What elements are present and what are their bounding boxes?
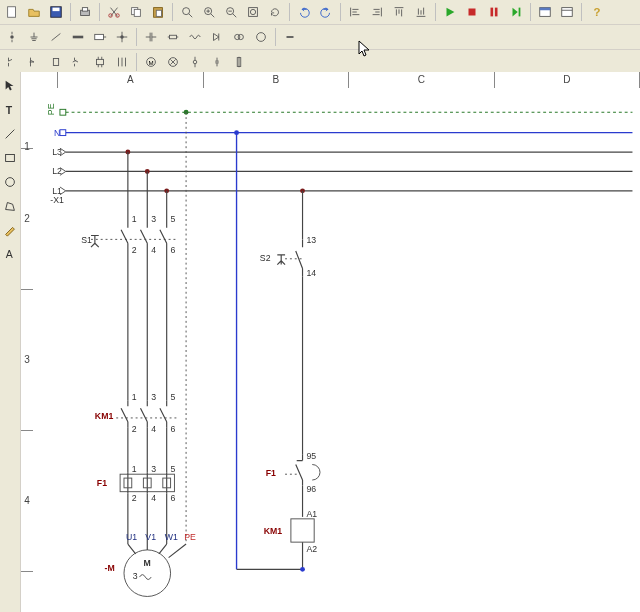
diode-icon[interactable]	[207, 27, 227, 47]
step-icon[interactable]	[506, 2, 526, 22]
capacitor-icon[interactable]	[141, 27, 161, 47]
align-left-icon[interactable]	[345, 2, 365, 22]
terminal-icon[interactable]	[185, 52, 205, 72]
find-icon[interactable]	[177, 2, 197, 22]
transformer-icon[interactable]	[229, 27, 249, 47]
svg-text:A: A	[6, 248, 13, 260]
inductor-icon[interactable]	[185, 27, 205, 47]
stop-icon[interactable]	[462, 2, 482, 22]
svg-text:95: 95	[306, 451, 316, 461]
save-icon[interactable]	[46, 2, 66, 22]
svg-text:PE: PE	[46, 103, 56, 115]
ruler-horizontal: A B C D	[45, 72, 640, 89]
svg-rect-2	[53, 8, 60, 12]
coil-icon[interactable]	[46, 52, 66, 72]
breaker-icon[interactable]	[68, 52, 88, 72]
print-icon[interactable]	[75, 2, 95, 22]
undo-icon[interactable]	[294, 2, 314, 22]
svg-text:T: T	[6, 104, 13, 116]
ground-icon[interactable]	[24, 27, 44, 47]
junction-icon[interactable]	[112, 27, 132, 47]
svg-text:A1: A1	[306, 509, 317, 519]
zoom-out-icon[interactable]	[221, 2, 241, 22]
open-icon[interactable]	[24, 2, 44, 22]
copy-icon[interactable]	[126, 2, 146, 22]
lamp-icon[interactable]	[163, 52, 183, 72]
svg-text:V1: V1	[145, 532, 156, 542]
fuse-icon[interactable]	[229, 52, 249, 72]
refresh-icon[interactable]	[265, 2, 285, 22]
svg-text:F1: F1	[266, 468, 276, 478]
svg-text:6: 6	[171, 245, 176, 255]
svg-text:3: 3	[133, 571, 138, 581]
switch3-icon[interactable]	[112, 52, 132, 72]
svg-rect-39	[6, 155, 15, 162]
svg-rect-32	[97, 59, 104, 64]
contact-no-icon[interactable]	[2, 52, 22, 72]
svg-rect-43	[60, 109, 66, 115]
redo-icon[interactable]	[316, 2, 336, 22]
motor-icon[interactable]: M	[141, 52, 161, 72]
svg-text:S1: S1	[81, 235, 92, 245]
align-right-icon[interactable]	[367, 2, 387, 22]
new-icon[interactable]	[2, 2, 22, 22]
line-icon[interactable]	[0, 124, 20, 144]
select-icon[interactable]	[0, 76, 20, 96]
svg-text:1: 1	[132, 392, 137, 402]
svg-text:KM1: KM1	[95, 411, 114, 421]
svg-text:3: 3	[151, 464, 156, 474]
component-f1-aux: F1 95 96	[266, 451, 320, 494]
minus-icon[interactable]	[280, 27, 300, 47]
connector-icon[interactable]	[207, 52, 227, 72]
svg-text:3: 3	[151, 214, 156, 224]
svg-point-29	[238, 34, 243, 39]
window-icon[interactable]	[535, 2, 555, 22]
zoom-in-icon[interactable]	[199, 2, 219, 22]
svg-text:6: 6	[171, 493, 176, 503]
schematic-canvas[interactable]: A B C D 1 2 3 4 PE N L3	[21, 72, 640, 612]
svg-point-36	[193, 60, 197, 64]
browser-icon[interactable]	[557, 2, 577, 22]
cut-icon[interactable]	[104, 2, 124, 22]
rect-icon[interactable]	[0, 148, 20, 168]
bus-icon[interactable]	[68, 27, 88, 47]
align-bottom-icon[interactable]	[411, 2, 431, 22]
svg-text:2: 2	[132, 245, 137, 255]
svg-rect-27	[170, 35, 177, 39]
component-motor: U1 V1 W1 PE -M M 3	[105, 532, 196, 596]
svg-text:3: 3	[151, 392, 156, 402]
pause-icon[interactable]	[484, 2, 504, 22]
contact-nc-icon[interactable]	[24, 52, 44, 72]
svg-text:5: 5	[171, 392, 176, 402]
svg-rect-4	[82, 8, 87, 12]
help-icon[interactable]: ?	[586, 2, 606, 22]
text-icon[interactable]: T	[0, 100, 20, 120]
svg-text:F1: F1	[97, 478, 107, 488]
pencil-icon[interactable]	[0, 220, 20, 240]
align-top-icon[interactable]	[389, 2, 409, 22]
svg-text:M: M	[148, 59, 153, 66]
svg-text:W1: W1	[165, 532, 178, 542]
svg-text:5: 5	[171, 464, 176, 474]
svg-text:-M: -M	[105, 563, 115, 573]
polygon-icon[interactable]	[0, 196, 20, 216]
ruler-row: 4	[21, 431, 33, 572]
circle-icon[interactable]	[0, 172, 20, 192]
probe-icon[interactable]	[2, 27, 22, 47]
svg-text:S2: S2	[260, 253, 271, 263]
text-a-icon[interactable]: A	[0, 244, 20, 264]
overload-icon[interactable]	[90, 52, 110, 72]
svg-text:A2: A2	[306, 544, 317, 554]
svg-rect-0	[8, 7, 16, 18]
zoom-fit-icon[interactable]	[243, 2, 263, 22]
resistor-icon[interactable]	[163, 27, 183, 47]
svg-text:4: 4	[151, 493, 156, 503]
paste-icon[interactable]	[148, 2, 168, 22]
play-icon[interactable]	[440, 2, 460, 22]
wire-icon[interactable]	[46, 27, 66, 47]
svg-text:?: ?	[593, 6, 600, 18]
ruler-col: B	[204, 72, 350, 88]
svg-point-40	[6, 178, 15, 187]
source-icon[interactable]	[251, 27, 271, 47]
netlabel-icon[interactable]	[90, 27, 110, 47]
